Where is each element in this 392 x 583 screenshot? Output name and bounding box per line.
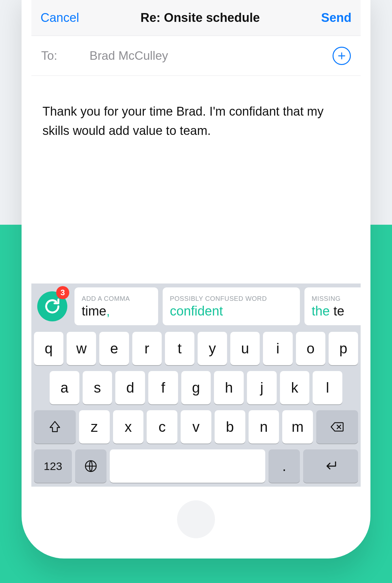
- key-l[interactable]: l: [313, 371, 342, 404]
- cancel-button[interactable]: Cancel: [41, 11, 79, 25]
- keyboard-row-2: a s d f g h j k l: [34, 371, 358, 404]
- key-a[interactable]: a: [50, 371, 79, 404]
- key-i[interactable]: i: [263, 332, 292, 365]
- to-field-row[interactable]: To: Brad McCulley: [31, 36, 361, 76]
- key-m[interactable]: m: [282, 410, 313, 444]
- grammarly-button[interactable]: 3: [35, 287, 70, 325]
- grammarly-suggestion-bar: 3 ADD A COMMA time, POSSIBLY CONFUSED WO…: [31, 283, 361, 328]
- key-q[interactable]: q: [34, 332, 63, 365]
- globe-icon: [84, 459, 98, 473]
- phone-frame: Cancel Re: Onsite schedule Send To: Brad…: [22, 0, 370, 559]
- suggestion-label: ADD A COMMA: [82, 295, 151, 302]
- navbar-title: Re: Onsite schedule: [140, 11, 260, 25]
- suggestion-label: MISSING: [312, 295, 361, 302]
- plus-icon: [337, 51, 346, 60]
- to-label: To:: [41, 49, 77, 63]
- suggestion-text: the te: [312, 304, 361, 318]
- return-icon: [322, 458, 339, 475]
- email-body-text[interactable]: Thank you for your time Brad. I'm confid…: [42, 102, 350, 140]
- key-y[interactable]: y: [198, 332, 227, 365]
- key-t[interactable]: t: [165, 332, 194, 365]
- key-h[interactable]: h: [214, 371, 244, 404]
- key-j[interactable]: j: [247, 371, 277, 404]
- key-c[interactable]: c: [147, 410, 177, 444]
- numeric-key[interactable]: 123: [34, 449, 72, 483]
- suggestion-text: time,: [82, 304, 151, 318]
- key-u[interactable]: u: [230, 332, 260, 365]
- key-o[interactable]: o: [296, 332, 325, 365]
- key-f[interactable]: f: [148, 371, 178, 404]
- key-x[interactable]: x: [113, 410, 144, 444]
- add-recipient-button[interactable]: [333, 47, 351, 65]
- suggestion-text: confident: [170, 304, 293, 318]
- send-button[interactable]: Send: [321, 11, 351, 25]
- backspace-key[interactable]: [316, 410, 358, 444]
- home-button[interactable]: [177, 500, 215, 538]
- key-g[interactable]: g: [181, 371, 211, 404]
- key-b[interactable]: b: [215, 410, 245, 444]
- suggestion-card-missing[interactable]: MISSING the te: [304, 287, 361, 325]
- keyboard-row-3: z x c v b n m: [34, 410, 358, 444]
- key-r[interactable]: r: [132, 332, 162, 365]
- keyboard-tray: 3 ADD A COMMA time, POSSIBLY CONFUSED WO…: [31, 283, 361, 487]
- onscreen-keyboard: q w e r t y u i o p a s d f g h: [31, 328, 361, 487]
- shift-icon: [48, 420, 62, 434]
- period-key[interactable]: .: [269, 449, 300, 483]
- key-v[interactable]: v: [181, 410, 211, 444]
- suggestion-card-confused-word[interactable]: POSSIBLY CONFUSED WORD confident: [163, 287, 300, 325]
- return-key[interactable]: [303, 449, 358, 483]
- suggestion-label: POSSIBLY CONFUSED WORD: [170, 295, 293, 302]
- globe-key[interactable]: [75, 449, 106, 483]
- space-key[interactable]: [110, 449, 265, 483]
- key-s[interactable]: s: [83, 371, 112, 404]
- key-n[interactable]: n: [249, 410, 279, 444]
- key-p[interactable]: p: [329, 332, 358, 365]
- key-w[interactable]: w: [67, 332, 96, 365]
- key-e[interactable]: e: [99, 332, 129, 365]
- suggestion-card-comma[interactable]: ADD A COMMA time,: [74, 287, 158, 325]
- backspace-icon: [330, 420, 344, 434]
- key-z[interactable]: z: [79, 410, 110, 444]
- keyboard-row-4: 123 .: [34, 449, 358, 483]
- key-k[interactable]: k: [280, 371, 310, 404]
- keyboard-row-1: q w e r t y u i o p: [34, 332, 358, 365]
- to-recipient[interactable]: Brad McCulley: [90, 49, 320, 63]
- shift-key[interactable]: [34, 410, 76, 444]
- key-d[interactable]: d: [115, 371, 145, 404]
- grammarly-badge: 3: [56, 286, 69, 299]
- email-body-area[interactable]: Thank you for your time Brad. I'm confid…: [31, 76, 361, 140]
- phone-screen: Cancel Re: Onsite schedule Send To: Brad…: [31, 0, 361, 487]
- compose-navbar: Cancel Re: Onsite schedule Send: [31, 0, 361, 36]
